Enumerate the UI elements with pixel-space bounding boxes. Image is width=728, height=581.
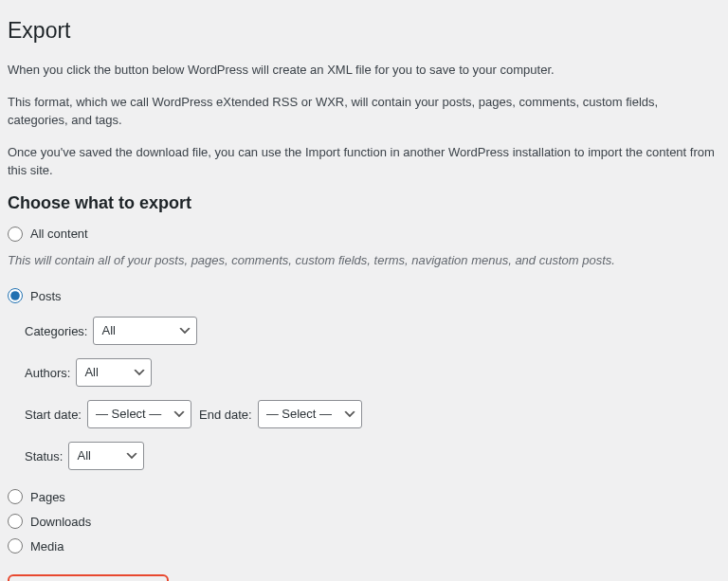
categories-label: Categories:	[25, 324, 87, 338]
categories-select[interactable]: All	[93, 317, 197, 345]
radio-pages-label[interactable]: Pages	[30, 490, 65, 504]
authors-select[interactable]: All	[76, 358, 152, 387]
authors-label: Authors:	[25, 366, 70, 380]
intro-paragraph-2: This format, which we call WordPress eXt…	[8, 93, 719, 130]
start-date-select[interactable]: — Select —	[87, 400, 191, 428]
posts-filters: Categories: All Authors: All Start date:…	[25, 317, 719, 470]
start-date-label: Start date:	[25, 408, 82, 422]
intro-paragraph-3: Once you've saved the download file, you…	[8, 143, 719, 180]
end-date-select[interactable]: — Select —	[258, 400, 362, 428]
intro-paragraph-1: When you click the button below WordPres…	[8, 61, 719, 80]
radio-all-content-label[interactable]: All content	[30, 227, 88, 241]
status-label: Status:	[25, 449, 63, 463]
radio-media[interactable]	[8, 538, 23, 554]
radio-pages[interactable]	[8, 489, 23, 504]
radio-posts-label[interactable]: Posts	[30, 289, 62, 303]
choose-heading: Choose what to export	[8, 193, 719, 213]
end-date-label: End date:	[199, 408, 252, 422]
all-content-description: This will contain all of your posts, pag…	[8, 251, 719, 270]
radio-media-label[interactable]: Media	[30, 539, 64, 554]
status-select[interactable]: All	[68, 442, 144, 470]
page-title: Export	[8, 9, 719, 47]
radio-all-content[interactable]	[8, 227, 23, 242]
radio-downloads[interactable]	[8, 514, 23, 529]
radio-downloads-label[interactable]: Downloads	[30, 515, 91, 529]
radio-posts[interactable]	[8, 288, 23, 303]
annotation-highlight: Download Export File	[8, 574, 169, 581]
